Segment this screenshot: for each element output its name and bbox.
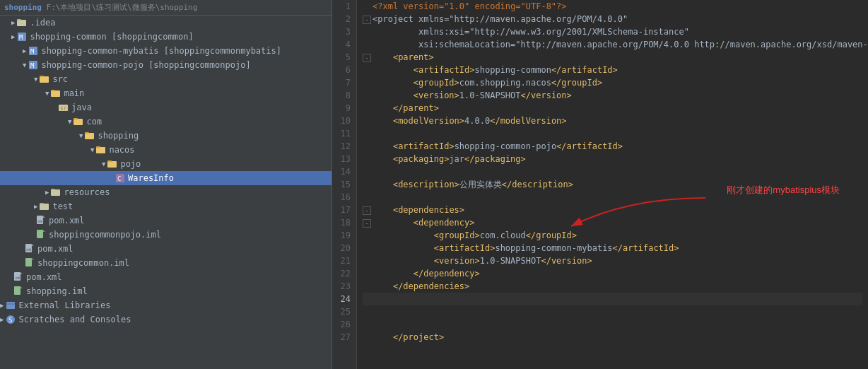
tree-arrow: ▶ bbox=[11, 19, 15, 26]
project-tree-panel: shopping F:\本地项目\练习测试\微服务\shopping ▶ .id… bbox=[0, 0, 332, 369]
tree-item-pojo[interactable]: ▼ pojo bbox=[0, 157, 332, 171]
tree-icon-folder bbox=[85, 131, 95, 141]
fold-marker[interactable]: - bbox=[363, 219, 371, 228]
svg-text:xml: xml bbox=[26, 247, 34, 252]
tree-icon-module: M bbox=[28, 46, 38, 57]
line-number-9: 9 bbox=[338, 102, 351, 115]
svg-text:M: M bbox=[30, 48, 35, 55]
tree-item-main[interactable]: ▼ main bbox=[0, 86, 332, 100]
tree-item-pom-common[interactable]: xmlpom.xml bbox=[0, 242, 332, 256]
svg-rect-9 bbox=[40, 76, 44, 77]
tree-label: pojo bbox=[120, 159, 141, 169]
tree-item-java[interactable]: srcjava bbox=[0, 100, 332, 115]
tree-item-WaresInfo[interactable]: CWaresInfo bbox=[0, 171, 332, 185]
tree-label: External Libraries bbox=[18, 300, 110, 310]
line-number-13: 13 bbox=[338, 153, 351, 165]
tree-icon-scratch: S bbox=[6, 315, 16, 325]
fold-marker[interactable]: - bbox=[363, 54, 371, 62]
line-number-5: 5 bbox=[338, 51, 351, 64]
svg-rect-16 bbox=[85, 133, 94, 139]
code-line-11 bbox=[363, 127, 862, 140]
line-number-3: 3 bbox=[338, 25, 351, 38]
svg-rect-14 bbox=[74, 119, 83, 125]
svg-rect-43 bbox=[6, 302, 15, 309]
tree-arrow: ▶ bbox=[34, 203, 37, 210]
tree-item-src[interactable]: ▼ src bbox=[0, 72, 332, 86]
tree-item-idea[interactable]: ▶ .idea bbox=[0, 16, 332, 30]
tree-item-shopping-common[interactable]: ▶ Mshopping-common [shoppingcommon] bbox=[0, 30, 332, 44]
tree-arrow: ▼ bbox=[79, 132, 83, 139]
tree-arrow: ▶ bbox=[0, 302, 4, 309]
tree-icon-iml bbox=[36, 230, 46, 240]
line-number-17: 17 bbox=[338, 204, 351, 216]
tree-item-iml-common[interactable]: shoppingcommon.iml bbox=[0, 256, 332, 270]
tree-icon-module: M bbox=[17, 32, 27, 42]
fold-marker[interactable]: - bbox=[363, 16, 371, 24]
code-line-25 bbox=[363, 305, 862, 318]
tree-icon-folder bbox=[51, 187, 61, 198]
svg-marker-29 bbox=[43, 216, 45, 218]
tree-icon-module: M bbox=[28, 60, 38, 71]
code-line-23: </dependencies> bbox=[363, 280, 862, 293]
line-number-7: 7 bbox=[338, 76, 351, 89]
svg-rect-15 bbox=[74, 118, 78, 119]
tree-item-shopping-pkg[interactable]: ▼ shopping bbox=[0, 129, 332, 143]
line-number-27: 27 bbox=[338, 331, 351, 344]
line-number-8: 8 bbox=[338, 89, 351, 102]
svg-rect-1 bbox=[17, 19, 21, 20]
svg-rect-20 bbox=[107, 161, 117, 168]
svg-text:xml: xml bbox=[15, 275, 23, 280]
svg-text:S: S bbox=[8, 317, 12, 324]
tree-label: shopping-common [shoppingcommon] bbox=[30, 32, 193, 42]
svg-rect-0 bbox=[17, 20, 26, 26]
tree-icon-java: src bbox=[59, 102, 69, 113]
tree-item-test[interactable]: ▶ test bbox=[0, 199, 332, 213]
line-number-1: 1 bbox=[338, 0, 351, 13]
tree-item-iml-shopping[interactable]: shopping.iml bbox=[0, 284, 332, 298]
tree-label: shopping bbox=[98, 131, 139, 141]
tree-item-ext-libraries[interactable]: ▶ External Libraries bbox=[0, 298, 332, 312]
tree-arrow: ▶ bbox=[0, 316, 4, 323]
svg-marker-39 bbox=[20, 272, 23, 274]
tree-label: main bbox=[64, 88, 84, 98]
tree-item-com[interactable]: ▼ com bbox=[0, 115, 332, 129]
tree-item-resources[interactable]: ▶ resources bbox=[0, 185, 332, 199]
tree-item-shopping-common-pojo[interactable]: ▼ Mshopping-common-pojo [shoppingcommonp… bbox=[0, 58, 332, 72]
code-line-13: <packaging>jar</packaging> bbox=[363, 153, 862, 165]
svg-rect-36 bbox=[25, 258, 32, 266]
code-line-9: </parent> bbox=[363, 102, 862, 115]
tree-label: nacos bbox=[109, 145, 134, 155]
tree-label: src bbox=[52, 74, 68, 84]
line-number-23: 23 bbox=[338, 280, 351, 293]
tree-item-iml-pojo[interactable]: shoppingcommonpojo.iml bbox=[0, 228, 332, 242]
tree-label: pom.xml bbox=[26, 272, 62, 282]
tree-arrow: ▼ bbox=[45, 90, 49, 97]
line-number-25: 25 bbox=[338, 305, 351, 318]
code-line-15: <description>公用实体类</description> bbox=[363, 178, 862, 191]
code-line-20: <artifactId>shopping-common-mybatis</art… bbox=[363, 242, 862, 254]
tree-arrow: ▶ bbox=[45, 189, 49, 196]
line-number-4: 4 bbox=[338, 38, 351, 51]
fold-marker[interactable]: - bbox=[363, 206, 371, 215]
code-line-7: <groupId>com.shopping.nacos</groupId> bbox=[363, 76, 862, 89]
tree-label: shoppingcommonpojo.iml bbox=[49, 230, 161, 240]
tree-item-pom-pojo[interactable]: xmlpom.xml bbox=[0, 213, 332, 228]
code-line-21: <version>1.0-SNAPSHOT</version> bbox=[363, 254, 862, 267]
tree-label: pom.xml bbox=[37, 244, 74, 254]
tree-label: Scratches and Consoles bbox=[18, 315, 131, 324]
tree-item-pom-root[interactable]: xmlpom.xml bbox=[0, 270, 332, 284]
code-line-3: xmlns:xsi="http://www.w3.org/2001/XMLSch… bbox=[363, 25, 862, 38]
code-line-26 bbox=[363, 318, 862, 331]
line-number-22: 22 bbox=[338, 267, 351, 280]
svg-text:src: src bbox=[60, 105, 69, 112]
line-number-11: 11 bbox=[338, 127, 351, 140]
svg-text:M: M bbox=[30, 62, 35, 69]
tree-item-scratches[interactable]: ▶ SScratches and Consoles bbox=[0, 312, 332, 327]
code-line-27: </project> bbox=[363, 331, 862, 344]
tree-label: shoppingcommon.iml bbox=[37, 258, 129, 268]
code-content: <?xml version="1.0" encoding="UTF-8"?>-<… bbox=[357, 0, 868, 369]
line-number-20: 20 bbox=[338, 242, 351, 254]
tree-item-nacos[interactable]: ▼ nacos bbox=[0, 143, 332, 157]
tree-label: WaresInfo bbox=[128, 173, 174, 183]
tree-item-shopping-common-mybatis[interactable]: ▶ Mshopping-common-mybatis [shoppingcomm… bbox=[0, 44, 332, 58]
